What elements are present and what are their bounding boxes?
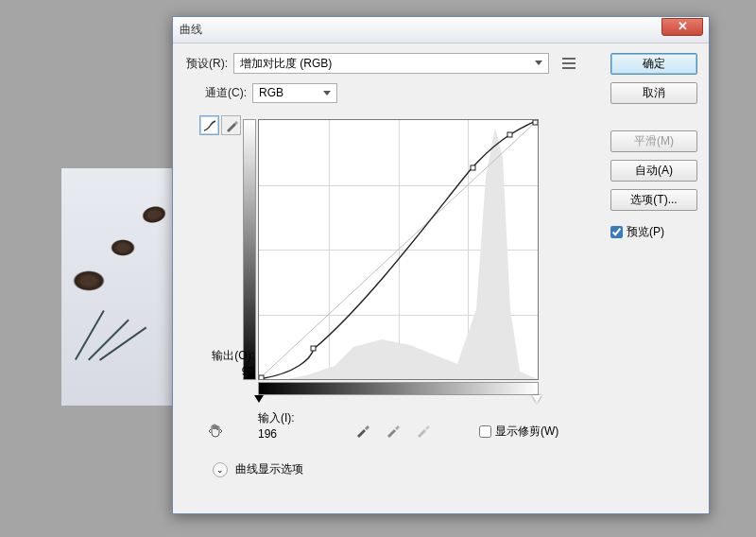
output-label: 输出(O): <box>199 348 254 364</box>
curve-grid[interactable] <box>258 119 539 380</box>
dialog-content: 预设(R): 增加对比度 (RGB) 通道(C): RGB 确定 取消 平滑(M… <box>173 43 709 513</box>
input-value: 196 <box>258 426 295 442</box>
curve-lines <box>259 120 538 379</box>
background-image <box>61 168 172 406</box>
black-eyedropper[interactable] <box>354 422 371 439</box>
input-gradient <box>258 382 539 395</box>
display-options-label: 曲线显示选项 <box>235 461 303 477</box>
show-clipping-checkbox[interactable] <box>479 425 491 438</box>
dialog-title: 曲线 <box>180 22 202 38</box>
input-readout: 输入(I): 196 <box>258 410 295 442</box>
curve-editor: 输出(O): 90 输入(I): 196 <box>199 115 549 456</box>
svg-rect-1 <box>259 375 264 379</box>
chevron-down-icon <box>323 91 331 95</box>
options-button[interactable]: 选项(T)... <box>610 189 697 211</box>
on-image-adjust-tool[interactable] <box>205 422 226 442</box>
ok-button[interactable]: 确定 <box>610 53 697 75</box>
channel-label: 通道(C): <box>205 85 247 101</box>
bird-graphic <box>73 270 105 291</box>
right-button-panel: 确定 取消 平滑(M) 自动(A) 选项(T)... 预览(P) <box>610 53 697 240</box>
curve-pencil-tool[interactable] <box>221 115 241 135</box>
bird-graphic <box>140 203 167 225</box>
preview-checkbox[interactable] <box>610 226 623 238</box>
white-eyedropper[interactable] <box>415 422 432 439</box>
channel-dropdown[interactable]: RGB <box>252 83 337 103</box>
preset-label: 预设(R): <box>186 56 228 72</box>
svg-rect-5 <box>533 120 538 125</box>
auto-button[interactable]: 自动(A) <box>610 160 697 182</box>
output-gradient <box>243 119 256 380</box>
eyedropper-tools <box>354 422 432 439</box>
svg-line-0 <box>259 120 538 379</box>
svg-rect-4 <box>507 132 512 137</box>
output-readout: 输出(O): 90 <box>199 348 254 380</box>
cancel-button[interactable]: 取消 <box>610 82 697 104</box>
display-options-row[interactable]: ⌄ 曲线显示选项 <box>213 461 303 477</box>
curve-tools <box>199 115 241 135</box>
preset-dropdown[interactable]: 增加对比度 (RGB) <box>233 53 549 74</box>
preview-label: 预览(P) <box>627 224 664 240</box>
close-button[interactable]: ✕ <box>662 18 703 36</box>
curve-point-tool[interactable] <box>199 115 219 135</box>
curves-dialog: 曲线 ✕ 预设(R): 增加对比度 (RGB) 通道(C): RGB 确定 取消… <box>172 16 710 514</box>
svg-rect-2 <box>311 346 316 351</box>
svg-rect-3 <box>471 165 475 170</box>
preview-checkbox-row[interactable]: 预览(P) <box>610 224 697 240</box>
white-point-slider[interactable] <box>532 395 541 403</box>
gray-eyedropper[interactable] <box>385 422 402 439</box>
expand-chevron-icon[interactable]: ⌄ <box>213 462 228 477</box>
preset-value: 增加对比度 (RGB) <box>240 57 332 70</box>
smooth-button[interactable]: 平滑(M) <box>610 130 697 152</box>
channel-value: RGB <box>259 86 284 99</box>
show-clipping-row[interactable]: 显示修剪(W) <box>479 424 558 440</box>
chevron-down-icon <box>535 61 542 65</box>
output-value: 90 <box>199 364 254 380</box>
input-label: 输入(I): <box>258 410 295 426</box>
titlebar[interactable]: 曲线 ✕ <box>173 17 709 43</box>
black-point-slider[interactable] <box>254 395 264 403</box>
preset-menu-icon[interactable] <box>562 57 577 70</box>
show-clipping-label: 显示修剪(W) <box>495 424 558 440</box>
grass-graphic <box>65 303 150 378</box>
bird-graphic <box>111 239 135 256</box>
